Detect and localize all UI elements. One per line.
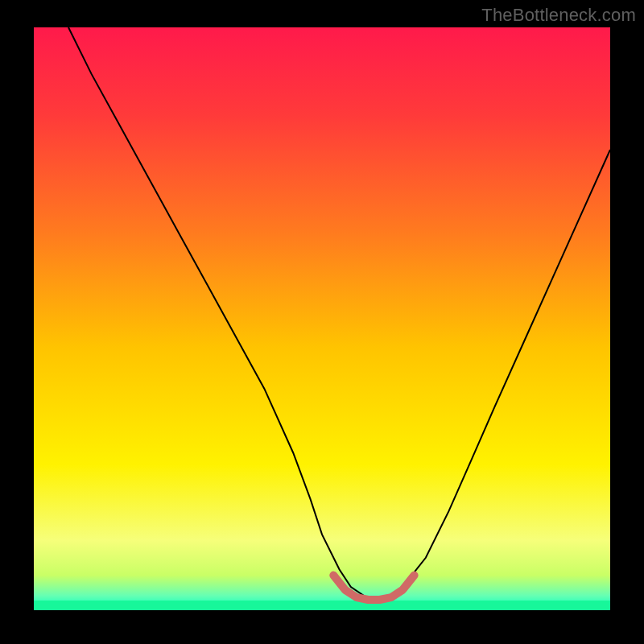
green-floor: [34, 601, 610, 610]
watermark-text: TheBottleneck.com: [481, 5, 636, 26]
chart-frame: TheBottleneck.com: [0, 0, 644, 644]
plot-background: [34, 27, 610, 610]
bottleneck-chart: [0, 0, 644, 644]
